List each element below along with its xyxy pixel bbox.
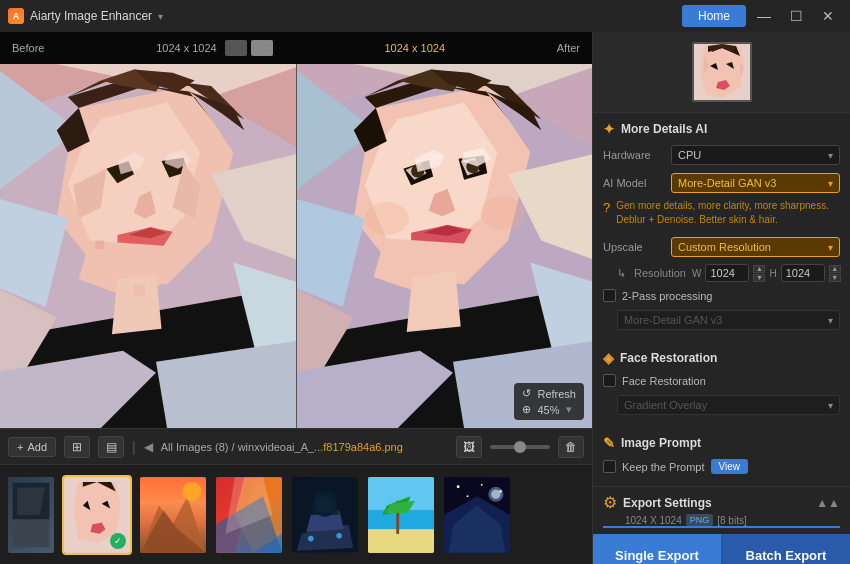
minimize-button[interactable]: —: [750, 5, 778, 27]
view-toggle: [225, 40, 273, 56]
face-section-title: Face Restoration: [620, 351, 717, 365]
preview-thumbnail: [692, 42, 752, 102]
svg-point-56: [480, 196, 524, 229]
right-panel: ✦ More Details AI Hardware CPU ▾ AI Mode…: [592, 32, 850, 564]
svg-point-55: [364, 202, 408, 235]
zoom-value: 45%: [537, 404, 559, 416]
svg-marker-87: [311, 491, 339, 515]
grid-view-btn[interactable]: ⊞: [64, 436, 90, 458]
upscale-row: Upscale Custom Resolution ▾: [593, 233, 850, 261]
thumb-partial-svg: [8, 475, 54, 555]
face-restoration-checkbox[interactable]: [603, 374, 616, 387]
height-down-btn[interactable]: ▼: [829, 274, 841, 282]
image-info-btn[interactable]: 🖼: [456, 436, 482, 458]
path-prefix: All Images (8) / winxvideoai_A_...: [161, 441, 324, 453]
thumb-beach[interactable]: [366, 475, 436, 555]
keep-prompt-row: Keep the Prompt View: [593, 455, 850, 478]
face-overlay-value: Gradient Overlay: [624, 399, 707, 411]
face-overlay-row: Gradient Overlay ▾: [593, 391, 850, 419]
info-icon: ?: [603, 200, 610, 215]
thumbnail-size-slider[interactable]: [490, 445, 550, 449]
bottom-toolbar: + Add ⊞ ▤ | ◀ All Images (8) / winxvideo…: [0, 428, 592, 464]
thumb-abstract[interactable]: [214, 475, 284, 555]
ai-model-info: ? Gen more details, more clarity, more s…: [593, 197, 850, 233]
thumb-item-active[interactable]: ✓: [62, 475, 132, 555]
h-label: H: [769, 268, 776, 279]
app-name: Aiarty Image Enhancer: [30, 9, 152, 23]
preview-svg: [694, 44, 750, 100]
nav-back[interactable]: ◀: [144, 440, 153, 454]
face-overlay-select: Gradient Overlay ▾: [617, 395, 840, 415]
thumb-check: ✓: [110, 533, 126, 549]
svg-marker-66: [17, 487, 45, 515]
export-details: 1024 X 1024 PNG [8 bits]: [603, 512, 840, 526]
svg-point-88: [308, 535, 314, 541]
hardware-select[interactable]: CPU ▾: [671, 145, 840, 165]
upscale-chevron: ▾: [828, 242, 833, 253]
upscale-label: Upscale: [603, 241, 663, 253]
progress-bar-fill: [603, 526, 840, 528]
height-value: 1024: [786, 267, 810, 279]
sparkle-icon: ✦: [603, 121, 615, 137]
file-path: All Images (8) / winxvideoai_A_...f8179a…: [161, 441, 448, 453]
face-restoration-header: ◈ Face Restoration: [593, 342, 850, 370]
maximize-button[interactable]: ☐: [782, 5, 810, 27]
export-bits: [8 bits]: [717, 515, 746, 526]
side-view-btn[interactable]: [251, 40, 273, 56]
after-portrait-svg: [297, 64, 593, 428]
close-button[interactable]: ✕: [814, 5, 842, 27]
view-prompt-btn[interactable]: View: [711, 459, 749, 474]
progress-bar-container: [603, 526, 840, 528]
thumb-abstract-svg: [216, 475, 282, 555]
export-header: ⚙ Export Settings ▲▲: [603, 493, 840, 512]
thumb-scifi[interactable]: [290, 475, 360, 555]
title-bar: A Aiarty Image Enhancer ▾ Home — ☐ ✕: [0, 0, 850, 32]
thumb-item-partial[interactable]: [6, 475, 56, 555]
refresh-label[interactable]: Refresh: [537, 388, 576, 400]
svg-marker-67: [13, 519, 50, 547]
zoom-dropdown-arrow[interactable]: ▾: [566, 403, 572, 416]
resolution-row: ↳ Resolution W 1024 ▲ ▼ H 1024 ▲ ▼: [593, 261, 850, 285]
split-view-btn[interactable]: [225, 40, 247, 56]
width-up-btn[interactable]: ▲: [753, 265, 765, 273]
delete-btn[interactable]: 🗑: [558, 436, 584, 458]
face-restoration-check-row: Face Restoration: [593, 370, 850, 391]
ai-model-label: AI Model: [603, 177, 663, 189]
svg-point-102: [467, 495, 469, 497]
output-size-badge: 1024 x 1024: [384, 42, 445, 54]
height-up-btn[interactable]: ▲: [829, 265, 841, 273]
two-pass-checkbox[interactable]: [603, 289, 616, 302]
add-button[interactable]: + Add: [8, 437, 56, 457]
width-down-btn[interactable]: ▼: [753, 274, 765, 282]
keep-prompt-checkbox[interactable]: [603, 460, 616, 473]
batch-export-button[interactable]: Batch Export: [722, 534, 850, 564]
image-container: [0, 64, 592, 428]
height-input[interactable]: 1024: [781, 264, 825, 282]
two-pass-model-select: More-Detail GAN v3 ▾: [617, 310, 840, 330]
hardware-value: CPU: [678, 149, 701, 161]
res-indicator-icon: ↳: [617, 267, 626, 280]
thumb-mountain-svg: [140, 475, 206, 555]
right-preview: [593, 32, 850, 113]
export-buttons: Single Export Batch Export: [593, 534, 850, 564]
thumbnails-strip: ✓: [0, 464, 592, 564]
upscale-select[interactable]: Custom Resolution ▾: [671, 237, 840, 257]
svg-marker-54: [406, 271, 460, 332]
single-export-button[interactable]: Single Export: [593, 534, 722, 564]
export-expand-btn[interactable]: ▲▲: [816, 496, 840, 510]
face-icon: ◈: [603, 350, 614, 366]
add-label: Add: [27, 441, 47, 453]
refresh-row: ↺ Refresh: [522, 387, 576, 400]
thumb-mountain[interactable]: [138, 475, 208, 555]
svg-marker-18: [112, 274, 162, 335]
width-input[interactable]: 1024: [705, 264, 749, 282]
thumb-beach-svg: [368, 475, 434, 555]
home-button[interactable]: Home: [682, 5, 746, 27]
after-label: After: [557, 42, 580, 54]
list-view-btn[interactable]: ▤: [98, 436, 124, 458]
list-icon: ▤: [106, 440, 117, 454]
ai-model-select[interactable]: More-Detail GAN v3 ▾: [671, 173, 840, 193]
thumb-night[interactable]: [442, 475, 512, 555]
ai-model-value: More-Detail GAN v3: [678, 177, 776, 189]
left-panel: Before 1024 x 1024 1024 x 1024 After: [0, 32, 592, 564]
